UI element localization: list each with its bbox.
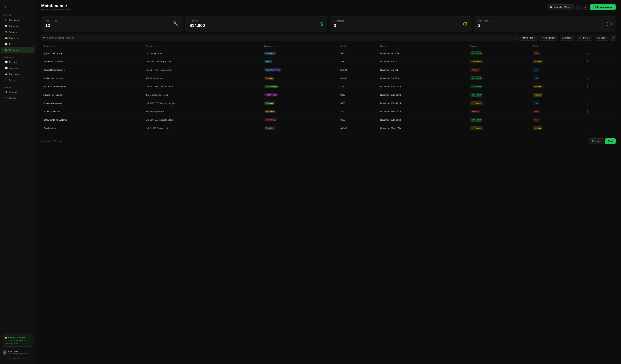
sidebar-item-properties[interactable]: 🏢 Properties [1, 23, 34, 29]
next-button[interactable]: Next [605, 138, 616, 144]
user-row[interactable]: AC Alex Carter alex.carter@houslyinsight… [3, 348, 33, 356]
status-badge: In Progress [470, 101, 483, 105]
referral-box: 🌟 Referred a friend? Contact us to get a… [3, 334, 33, 347]
date-picker[interactable]: 📅 November 2024 ▾ [547, 4, 574, 10]
user-info: Alex Carter alex.carter@houslyinsights.c… [8, 350, 30, 355]
previous-button[interactable]: Previous [589, 138, 604, 144]
sidebar-item-analytics[interactable]: 📈 Analytics [1, 65, 34, 71]
cell-cost: $400 [338, 107, 378, 116]
company-sort-icon: ⇅ [54, 45, 55, 47]
cell-status: Completed [467, 74, 531, 82]
category-badge: Security System [264, 68, 282, 71]
cell-cost: $1,200 [338, 66, 378, 74]
cost-filter[interactable]: Any Cost ▾ [594, 35, 609, 41]
cell-actions: ⋮ [583, 124, 616, 132]
advanced-section-label: Advanced [0, 55, 36, 59]
col-status[interactable]: Status ⇅ [467, 43, 531, 49]
row-more-button[interactable]: ⋮ [585, 51, 590, 55]
cell-company: SafeGuard Fire Systems [41, 116, 143, 124]
referral-title: 🌟 Referred a friend? [5, 336, 31, 339]
clock-icon: ⏱ [463, 21, 467, 27]
priority-badge: High [533, 118, 540, 122]
sidebar-item-tasks-label: Tasks [9, 79, 15, 81]
col-actions [583, 43, 616, 49]
cell-company: AllSafe Pest Control [41, 91, 143, 99]
wrench-icon: 🔧 [173, 21, 179, 27]
cell-actions: ⋮ [583, 74, 616, 82]
search-input[interactable] [41, 35, 518, 41]
cell-date: November 7th, 2024 [378, 74, 467, 82]
table-row: FloorMasters Unit C, 999 Coastal Living … [41, 124, 616, 132]
priority-sort-icon: ⇅ [541, 45, 542, 47]
cell-category: Painting [262, 74, 338, 82]
row-more-button[interactable]: ⋮ [585, 109, 590, 114]
row-more-button[interactable]: ⋮ [585, 84, 590, 89]
sidebar-item-reports[interactable]: 📊 Reports [1, 59, 34, 65]
prev-month-button[interactable]: ‹ [576, 5, 581, 10]
top-bar-right: 📅 November 2024 ▾ ‹ › + Add Maintenance [547, 4, 616, 10]
user-chevron-icon: ▾ [32, 351, 33, 354]
stat-card-high-priority: High Priority 3 ! [474, 16, 616, 32]
categories-filter[interactable]: All Categories ▾ [539, 35, 558, 41]
col-category[interactable]: Category ⇅ [262, 43, 338, 49]
referral-icon: 🌟 [5, 336, 7, 339]
sidebar-item-dashboard[interactable]: ⊞ Dashboard [1, 17, 34, 23]
maintenance-table: Company ⇅ Property ⇅ Category ⇅ Cost ⇅ D… [41, 43, 616, 132]
table-header: Company ⇅ Property ⇅ Category ⇅ Cost ⇅ D… [41, 43, 616, 49]
category-badge: Cleaning [264, 102, 275, 105]
status-badge: Pending [470, 110, 480, 113]
row-more-button[interactable]: ⋮ [585, 101, 590, 105]
row-more-button[interactable]: ⋮ [585, 126, 590, 130]
sidebar-item-budgeting[interactable]: 💰 Budgeting [1, 71, 34, 77]
col-company[interactable]: Company ⇅ [41, 43, 143, 49]
cell-property: 888 Management Road [143, 91, 262, 99]
sidebar-item-bills[interactable]: 📄 Bills [1, 41, 34, 47]
cost-chevron-icon: ▾ [605, 37, 606, 39]
col-date[interactable]: Date ⇅ [378, 43, 467, 49]
cell-property: Unit PH5, 777 Skyview Heights [143, 99, 262, 107]
sidebar-item-help[interactable]: ❓ Help Center [1, 95, 34, 101]
col-property[interactable]: Property ⇅ [143, 43, 262, 49]
col-priority[interactable]: Priority ⇅ [531, 43, 583, 49]
table-row: Sparkle Cleaning Co Unit PH5, 777 Skyvie… [41, 99, 616, 107]
row-more-button[interactable]: ⋮ [585, 118, 590, 122]
cell-property: 321 Property Lane [143, 74, 262, 82]
table-row: Elite HVAC Services Unit 1204, 456 Insig… [41, 57, 616, 66]
next-month-button[interactable]: › [583, 5, 588, 10]
priority-badge: Low [533, 101, 540, 105]
dollar-icon: $ [320, 21, 323, 27]
sidebar-item-payments[interactable]: 💳 Payments [1, 35, 34, 41]
row-more-button[interactable]: ⋮ [585, 68, 590, 72]
pagination-buttons: Previous Next [589, 138, 616, 144]
priority-badge: Medium [533, 93, 543, 97]
cell-property: Unit 507, 789 Rental Avenue [143, 66, 262, 74]
category-badge: Flooring [264, 127, 275, 130]
sidebar-item-tasks[interactable]: ☑ Tasks [1, 77, 34, 83]
sidebar-item-tenants[interactable]: 👤 Tenants [1, 29, 34, 35]
sidebar-item-maintenance[interactable]: 🔧 Maintenance [1, 47, 34, 53]
row-more-button[interactable]: ⋮ [585, 59, 590, 64]
user-name: Alex Carter [8, 350, 30, 353]
sidebar-item-settings[interactable]: ⚙ Settings [1, 89, 34, 95]
clear-filters-button[interactable]: ✕ [611, 35, 616, 41]
logo: ⌂ [0, 3, 36, 13]
col-cost[interactable]: Cost ⇅ [338, 43, 378, 49]
page-subtitle: Manage your maintenance records [41, 9, 71, 11]
add-maintenance-button[interactable]: + Add Maintenance [590, 4, 616, 10]
cell-date: November 10th, 2024 [378, 82, 467, 91]
avatar: AC [3, 350, 7, 355]
stats-row: Total Records 12 🔧 Total Cost $14,800 $ … [36, 13, 621, 35]
properties-filter[interactable]: All Properties ▾ [519, 35, 538, 41]
status-filter[interactable]: All Status ▾ [560, 35, 575, 41]
referral-desc: Contact us to get a discount on your sub… [5, 339, 31, 344]
priority-badge: Low [533, 68, 540, 72]
date-label: November 2024 [553, 6, 569, 8]
settings-icon: ⚙ [5, 91, 8, 94]
row-more-button[interactable]: ⋮ [585, 76, 590, 80]
priority-filter[interactable]: All Priority ▾ [577, 35, 592, 41]
category-badge: Plumbing [264, 52, 276, 55]
cell-category: Fire Safety [262, 116, 338, 124]
cell-cost: $300 [338, 91, 378, 99]
row-more-button[interactable]: ⋮ [585, 93, 590, 97]
status-badge: Completed [470, 93, 483, 97]
